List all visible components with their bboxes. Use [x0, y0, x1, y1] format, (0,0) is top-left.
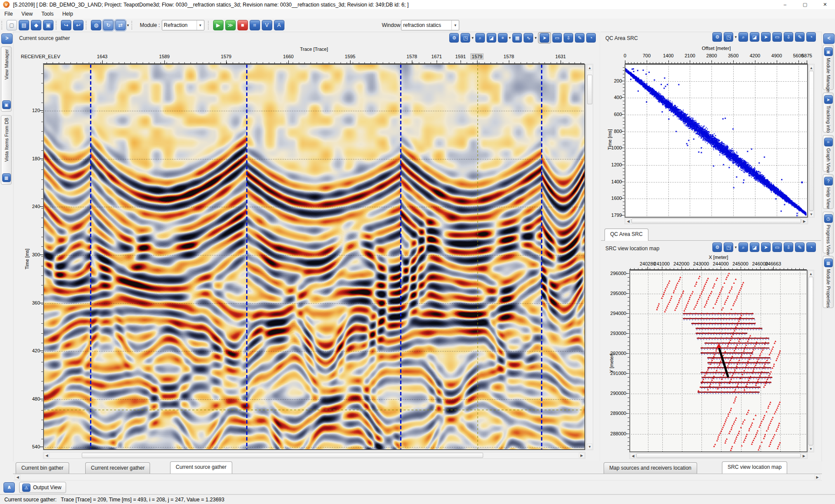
menu-help[interactable]: Help	[58, 10, 77, 18]
menu-view[interactable]: View	[17, 10, 37, 18]
pointer-icon[interactable]: ➤	[540, 33, 549, 43]
output-view-button[interactable]: ⚠ Output View	[19, 482, 66, 493]
seismic-horizontal-scrollbar[interactable]: ◀▶	[43, 452, 585, 459]
resize-window-icon[interactable]: ◳	[461, 33, 470, 43]
pointer-icon[interactable]: ➤	[761, 242, 771, 252]
menu-tools[interactable]: Tools	[37, 10, 58, 18]
main-splitter[interactable]	[599, 32, 601, 481]
map-horizontal-scrollbar[interactable]: ◀▶	[629, 452, 808, 459]
left-dock-expand-button[interactable]: >	[1, 33, 13, 44]
scrollbar-thumb[interactable]	[809, 71, 814, 211]
tab-current-bin-gather[interactable]: Current bin gather	[16, 462, 69, 474]
go-forward-icon[interactable]: ↪	[61, 20, 71, 30]
pick-pen-icon[interactable]: ✎	[795, 242, 805, 252]
zoom-icon[interactable]: ⌕	[738, 242, 748, 252]
expand-output-button[interactable]: ∧	[3, 482, 15, 493]
pick-pen-icon[interactable]: ✎	[795, 32, 805, 42]
window-icon[interactable]: ▣	[43, 20, 53, 30]
tab-current-receiver-gather[interactable]: Current receiver gather	[85, 462, 150, 474]
source-location-map-plot[interactable]	[630, 270, 807, 452]
export-icon[interactable]: ⇩	[784, 32, 793, 42]
right-dock-expand-button[interactable]: <	[823, 33, 835, 44]
compass-icon[interactable]: ◔	[806, 242, 816, 252]
comment-icon[interactable]: ▭	[552, 33, 562, 43]
qc-horizontal-scrollbar[interactable]: ◀▶	[625, 218, 808, 224]
pick-pen-icon[interactable]: ✎	[575, 33, 584, 43]
vista-a-icon[interactable]: A	[274, 20, 284, 30]
vista-v-icon[interactable]: V	[262, 20, 272, 30]
refresh-icon[interactable]: ⇄	[115, 20, 126, 30]
tab-src-view-location-map[interactable]: SRC view location map	[722, 461, 787, 474]
zoom-icon[interactable]: ⌕	[475, 33, 485, 43]
flow-chart-icon[interactable]: ⌗	[250, 20, 260, 30]
run-all-icon[interactable]: ≫	[225, 20, 236, 30]
export-icon[interactable]: ⇩	[564, 33, 573, 43]
sidebar-tab-graph-view[interactable]: ⌗Graph View	[823, 135, 834, 172]
seismic-gather-plot[interactable]	[43, 64, 585, 450]
eraser-icon[interactable]: ◪	[750, 242, 759, 252]
zoom-select-icon-dropdown[interactable]: ▾	[509, 36, 511, 40]
chart-view-icon[interactable]: ∿	[524, 33, 533, 43]
tab-map-sources-and-receivers-location[interactable]: Map sources and receivers location	[604, 462, 697, 474]
tab-current-source-gather[interactable]: Current source gather	[170, 461, 232, 474]
compass-icon[interactable]: ◔	[806, 32, 816, 42]
tab-qc-area-src[interactable]: QC Area SRC	[605, 229, 648, 241]
go-back-icon[interactable]: ↩	[73, 20, 84, 30]
sidebar-tab-tracking-info[interactable]: ➤Tracking info	[823, 93, 834, 133]
refresh-icon-dropdown[interactable]: ▾	[127, 23, 129, 27]
eraser-icon[interactable]: ◪	[487, 33, 496, 43]
map-vertical-scrollbar[interactable]: ▲▼	[808, 270, 814, 452]
scroll-left-icon[interactable]: ◀	[630, 453, 636, 458]
scroll-down-icon[interactable]: ▼	[808, 446, 813, 451]
stop-icon[interactable]: ■	[237, 20, 248, 30]
chart-view-icon-dropdown[interactable]: ▾	[534, 36, 537, 40]
tag-icon[interactable]: ◆	[31, 20, 41, 30]
sidebar-tab-help-view[interactable]: ?Help View	[823, 174, 834, 209]
scrollbar-thumb[interactable]	[808, 277, 813, 445]
scroll-up-icon[interactable]: ▲	[809, 65, 814, 70]
table-view-icon[interactable]: ▦	[512, 33, 522, 43]
scroll-right-icon[interactable]: ▶	[802, 219, 807, 223]
scroll-left-icon[interactable]: ◀	[625, 219, 631, 223]
run-icon[interactable]: ▶	[213, 20, 224, 30]
eraser-icon[interactable]: ◪	[750, 32, 759, 42]
sidebar-tab-module-manager[interactable]: ▣Module Manager	[823, 45, 834, 90]
close-button[interactable]: ✕	[815, 0, 835, 9]
settings-icon[interactable]: ⚙	[712, 32, 722, 42]
scrollbar-thumb[interactable]	[587, 75, 592, 105]
resize-window-icon-dropdown[interactable]: ▾	[471, 36, 474, 40]
zoom-icon[interactable]: ⌕	[738, 32, 748, 42]
scroll-down-icon[interactable]: ▼	[587, 444, 592, 449]
zoom-select-icon[interactable]: ⌖	[498, 33, 508, 43]
resize-window-icon-dropdown[interactable]: ▾	[735, 245, 737, 249]
qc-vertical-scrollbar[interactable]: ▲▼	[808, 64, 815, 218]
sidebar-tab-vista-items-from-db[interactable]: Vista Items From DB▦	[1, 115, 12, 185]
menu-file[interactable]: File	[0, 10, 17, 18]
tab-scroll-left-icon[interactable]: ◀	[15, 474, 20, 480]
scroll-down-icon[interactable]: ▼	[809, 211, 814, 217]
scrollbar-thumb[interactable]	[636, 453, 801, 458]
seismic-vertical-scrollbar[interactable]: ▲▼	[586, 64, 593, 450]
compass-icon[interactable]: ◔	[586, 33, 596, 43]
minimize-button[interactable]: –	[775, 0, 795, 9]
sidebar-tab-module-properties[interactable]: ▦Module Properties	[823, 256, 834, 308]
scrollbar-thumb[interactable]	[631, 219, 801, 223]
tab-scroll-right-icon[interactable]: ▶	[815, 474, 820, 480]
pointer-icon[interactable]: ➤	[761, 32, 771, 42]
window-select[interactable]: refraction statics ▾	[401, 20, 459, 30]
zoom-all-icon[interactable]: ↻	[103, 20, 114, 30]
scroll-up-icon[interactable]: ▲	[808, 271, 813, 276]
settings-icon[interactable]: ⚙	[712, 242, 722, 252]
resize-window-icon[interactable]: ◳	[724, 32, 733, 42]
save-icon[interactable]: ▤	[19, 20, 29, 30]
sidebar-tab-view-manager[interactable]: View Manager▣	[1, 46, 12, 112]
comment-icon[interactable]: ▭	[772, 32, 782, 42]
scroll-right-icon[interactable]: ▶	[579, 453, 584, 458]
scroll-right-icon[interactable]: ▶	[801, 453, 807, 458]
comment-icon[interactable]: ▭	[772, 242, 782, 252]
qc-offset-time-scatter-plot[interactable]	[625, 64, 808, 217]
resize-window-icon-dropdown[interactable]: ▾	[735, 35, 737, 39]
module-select[interactable]: Refraction ▾	[162, 20, 204, 30]
scrollbar-thumb[interactable]	[82, 453, 483, 458]
maximize-button[interactable]: ▢	[795, 0, 815, 9]
